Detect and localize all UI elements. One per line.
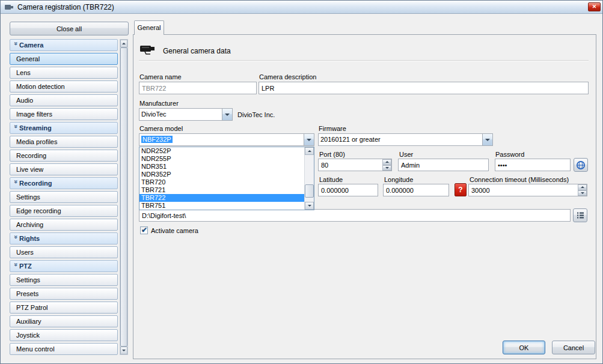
scrollbar-down-button[interactable] (120, 347, 127, 354)
sidebar-item-settings[interactable]: Settings (10, 274, 118, 286)
spinner-down-button[interactable] (578, 190, 587, 196)
dropdown-option-tbr720[interactable]: TBR720 (139, 178, 304, 186)
dropdown-option-tbr722[interactable]: TBR722 (139, 194, 304, 202)
sidebar-item-edge-recording[interactable]: Edge recording (10, 205, 118, 217)
sidebar-item-general[interactable]: General (10, 53, 118, 65)
timeout-label: Connection timeout (Milliseconds) (470, 176, 569, 183)
timeout-input[interactable] (469, 184, 577, 196)
user-input[interactable] (398, 159, 489, 171)
scrollbar-thumb[interactable] (305, 184, 314, 198)
sidebar-scrollbar[interactable] (120, 39, 128, 355)
close-icon: ✕ (592, 4, 597, 10)
chevron-icon: » (11, 235, 22, 242)
manufacturer-value: DivioTec (141, 111, 167, 118)
scrollbar-up-button[interactable] (120, 40, 127, 47)
dropdown-option-ndr252p[interactable]: NDR252P (139, 147, 304, 155)
camera-registration-window: Camera registration (TBR722) ✕ Close all… (0, 0, 603, 364)
arrow-up-icon (122, 43, 126, 44)
sidebar-item-live-view[interactable]: Live view (10, 163, 118, 175)
sidebar-group-label: Recording (19, 180, 52, 187)
sidebar-group-label: Camera (19, 41, 43, 49)
user-label: User (399, 151, 413, 158)
open-web-interface-button[interactable] (574, 158, 588, 172)
sidebar-item-users[interactable]: Users (10, 246, 118, 258)
camera-icon (139, 43, 158, 55)
window-icon (5, 4, 14, 11)
scrollbar-up-button[interactable] (305, 147, 314, 155)
dropdown-option-ndr352p[interactable]: NDR352P (139, 171, 304, 178)
sidebar-item-joystick[interactable]: Joystick (10, 329, 118, 341)
chevron-icon: » (11, 42, 22, 49)
spinner-down-button[interactable] (382, 165, 391, 171)
port-spinner[interactable] (382, 159, 391, 171)
password-input[interactable] (495, 159, 571, 171)
port-label: Port (80) (319, 151, 345, 158)
close-all-button[interactable]: Close all (10, 22, 129, 35)
firmware-select[interactable]: 20160121 or greater (318, 133, 493, 146)
window-close-button[interactable]: ✕ (588, 2, 601, 11)
spinner-up-button[interactable] (382, 159, 391, 165)
browse-path-button[interactable] (573, 208, 587, 222)
tab-general[interactable]: General (134, 20, 164, 35)
latitude-input[interactable] (318, 184, 378, 196)
globe-icon (576, 160, 586, 170)
sidebar-group-rights[interactable]: »Rights (10, 232, 118, 244)
firmware-value: 20160121 or greater (320, 136, 381, 143)
sidebar-item-auxiliary[interactable]: Auxiliary (10, 315, 118, 327)
manufacturer-select[interactable]: DivioTec (139, 108, 233, 121)
port-input[interactable] (319, 159, 382, 171)
sidebar-group-recording[interactable]: »Recording (10, 177, 118, 189)
arrow-down-icon (581, 192, 584, 194)
chevron-down-icon (485, 139, 490, 141)
longitude-label: Longitude (384, 176, 413, 183)
sidebar-list: »CameraGeneralLensMotion detectionAudioI… (10, 39, 118, 357)
sidebar-item-audio[interactable]: Audio (10, 94, 118, 106)
chevron-down-icon (307, 139, 311, 141)
sidebar-item-motion-detection[interactable]: Motion detection (10, 80, 118, 93)
spinner-up-button[interactable] (578, 184, 587, 190)
camera-model-dropdown-button[interactable] (304, 134, 314, 145)
sidebar-group-ptz[interactable]: »PTZ (10, 260, 118, 272)
manufacturer-dropdown-button[interactable] (222, 109, 232, 120)
titlebar[interactable]: Camera registration (TBR722) ✕ (1, 1, 602, 14)
check-icon: ✔ (141, 226, 147, 234)
camera-model-value: NBF232P (141, 136, 173, 143)
sidebar-item-archiving[interactable]: Archiving (10, 219, 118, 231)
camera-model-select[interactable]: NBF232P (139, 133, 314, 146)
camera-description-input[interactable] (259, 82, 589, 94)
map-help-button[interactable]: ? (455, 183, 467, 196)
sidebar-item-image-filters[interactable]: Image filters (10, 108, 118, 120)
ok-button[interactable]: OK (503, 341, 545, 354)
sidebar-item-menu-control[interactable]: Menu control (10, 343, 118, 355)
sidebar-item-settings[interactable]: Settings (10, 191, 118, 203)
timeout-spinner[interactable] (578, 184, 587, 196)
sidebar-item-lens[interactable]: Lens (10, 67, 118, 79)
latitude-label: Latitude (319, 176, 343, 183)
dropdown-option-ndr255p[interactable]: NDR255P (139, 155, 304, 163)
sidebar-item-ptz-patrol[interactable]: PTZ Patrol (10, 302, 118, 314)
password-label: Password (495, 151, 524, 158)
camera-name-input[interactable] (139, 82, 257, 94)
firmware-label: Firmware (319, 125, 346, 132)
chevron-icon: » (11, 180, 22, 187)
port-field (318, 159, 392, 171)
recording-path-input[interactable] (139, 209, 571, 222)
camera-name-label: Camera name (139, 73, 182, 80)
dropdown-scrollbar[interactable] (304, 147, 314, 210)
dropdown-option-tbr751[interactable]: TBR751 (139, 202, 304, 210)
cancel-button[interactable]: Cancel (552, 341, 595, 354)
chevron-icon: » (11, 125, 22, 132)
sidebar-item-recording[interactable]: Recording (10, 150, 118, 162)
scrollbar-down-button[interactable] (305, 202, 314, 210)
dropdown-option-tbr721[interactable]: TBR721 (139, 186, 304, 194)
sidebar-item-media-profiles[interactable]: Media profiles (10, 136, 118, 148)
sidebar-group-label: Rights (19, 235, 40, 242)
scrollbar-thumb[interactable] (120, 47, 127, 347)
sidebar-group-streaming[interactable]: »Streaming (10, 122, 118, 134)
sidebar-group-camera[interactable]: »Camera (10, 39, 118, 51)
activate-camera-checkbox[interactable]: ✔ (140, 226, 148, 234)
longitude-input[interactable] (383, 184, 449, 196)
sidebar-item-presets[interactable]: Presets (10, 288, 118, 300)
firmware-dropdown-button[interactable] (482, 134, 492, 145)
dropdown-option-ndr351[interactable]: NDR351 (139, 163, 304, 171)
